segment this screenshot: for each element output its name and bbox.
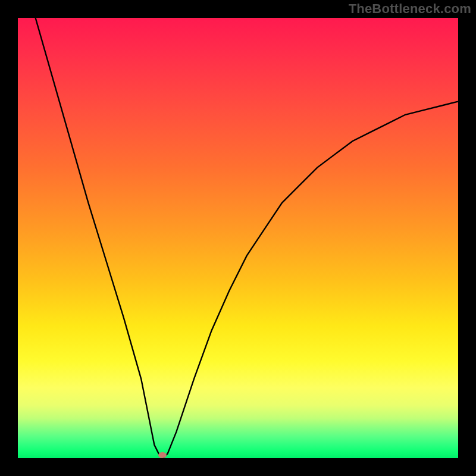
watermark-text: TheBottleneck.com	[349, 1, 471, 17]
optimum-marker-dot	[158, 452, 167, 458]
plot-area	[18, 18, 458, 458]
curve-path	[36, 18, 458, 458]
bottleneck-curve	[18, 18, 458, 458]
chart-frame: TheBottleneck.com	[0, 0, 476, 476]
